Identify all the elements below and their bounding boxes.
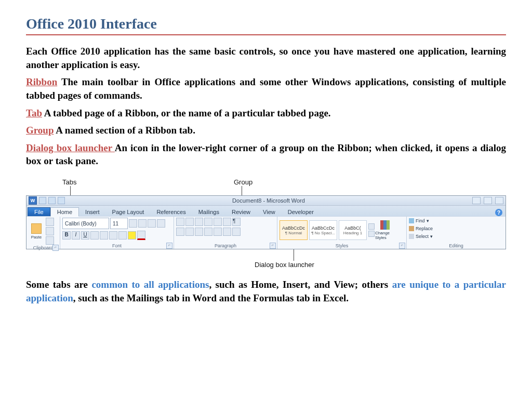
format-painter-icon[interactable] [46,236,54,245]
decrease-indent-icon[interactable] [204,218,212,226]
ribbon-diagram: Tabs Group W Document8 - Microsoft Word … [26,178,506,269]
select-button[interactable]: Select ▾ [409,234,433,239]
multilevel-list-icon[interactable] [195,218,203,226]
copy-icon[interactable] [46,227,54,235]
quick-access-toolbar [39,197,65,204]
group-definition: Group A named section of a Ribbon tab. [26,124,506,137]
paste-label: Paste [31,235,42,240]
group-editing: Find ▾ Replace Select ▾ Editing [407,217,506,249]
tab-file[interactable]: File [28,207,50,216]
increase-indent-icon[interactable] [214,218,222,226]
editing-label: Editing [409,243,503,249]
shading-icon[interactable] [223,228,231,236]
replace-icon [409,226,414,231]
shrink-font-icon[interactable] [138,219,147,228]
borders-icon[interactable] [232,228,241,236]
italic-icon[interactable]: I [72,231,80,240]
tab-view[interactable]: View [257,208,282,216]
font-size-dropdown[interactable]: 11 [110,218,128,229]
maximize-button[interactable] [484,197,492,204]
show-hide-icon[interactable]: ¶ [232,218,241,226]
sort-icon[interactable] [223,218,231,226]
callout-tabs: Tabs [62,178,234,186]
styles-launcher[interactable]: ⌐ [399,243,405,249]
footer-paragraph: Some tabs are common to all applications… [26,278,506,304]
tab-term: Tab [26,108,42,118]
superscript-icon[interactable] [109,231,117,240]
cut-icon[interactable] [46,218,54,226]
qat-undo-icon[interactable] [48,197,56,204]
group-paragraph: ¶ Paragraph ⌐ [174,217,277,249]
change-case-icon[interactable] [148,219,156,228]
justify-icon[interactable] [204,228,212,236]
document-title: Document8 - Microsoft Word [65,197,472,204]
bullets-icon[interactable] [176,218,184,226]
select-icon [409,234,414,239]
minimize-button[interactable] [472,197,481,204]
replace-button[interactable]: Replace [409,226,433,231]
title-bar: W Document8 - Microsoft Word [26,196,506,206]
font-color-icon[interactable] [137,231,145,240]
close-button[interactable] [495,197,503,204]
font-label: Font ⌐ [62,243,171,249]
numbering-icon[interactable] [185,218,194,226]
find-button[interactable]: Find ▾ [409,218,429,223]
tab-definition: Tab A tabbed page of a Ribbon, or the na… [26,107,506,120]
help-icon[interactable]: ? [495,209,502,216]
change-styles-icon [380,220,390,230]
strikethrough-icon[interactable] [90,231,99,240]
ribbon: Paste Clipboard ⌐ Calibri (Body) [26,216,506,249]
align-left-icon[interactable] [176,228,184,236]
underline-icon[interactable]: U [81,231,89,240]
qat-redo-icon[interactable] [58,197,65,204]
tab-mailings[interactable]: Mailings [192,208,225,216]
group-clipboard: Paste Clipboard ⌐ [26,217,60,249]
group-term: Group [26,125,54,136]
paste-icon [31,223,42,234]
font-name-dropdown[interactable]: Calibri (Body) [62,218,109,229]
group-font: Calibri (Body) 11 B I U [60,217,174,249]
align-center-icon[interactable] [185,228,194,236]
tab-review[interactable]: Review [225,208,257,216]
qat-save-icon[interactable] [39,197,46,204]
tab-insert[interactable]: Insert [79,208,106,216]
style-heading-1[interactable]: AaBbC( Heading 1 [339,220,367,240]
group-text: A named section of a Ribbon tab. [54,125,195,136]
clear-formatting-icon[interactable] [157,219,165,228]
ribbon-term: Ribbon [26,76,57,87]
callout-dialog-launcher: Dialog box launcher [26,261,506,269]
paragraph-launcher[interactable]: ⌐ [270,243,276,249]
line-spacing-icon[interactable] [214,228,222,236]
tab-page-layout[interactable]: Page Layout [106,208,151,216]
ribbon-definition: Ribbon The main toolbar in Office applic… [26,75,506,102]
callout-group: Group [234,178,252,186]
dbl-term: Dialog box launcher [26,142,115,153]
styles-label: Styles ⌐ [280,243,404,249]
ribbon-tabs: File Home Insert Page Layout References … [26,206,506,216]
grow-font-icon[interactable] [129,219,137,228]
tab-references[interactable]: References [150,208,192,216]
dialog-launcher-definition: Dialog box launcher An icon in the lower… [26,141,506,168]
highlight-icon[interactable] [128,231,136,240]
word-window: W Document8 - Microsoft Word File Home I… [26,195,506,249]
word-icon: W [29,196,37,205]
bold-icon[interactable]: B [62,231,71,240]
tab-developer[interactable]: Developer [282,208,320,216]
tab-home[interactable]: Home [50,207,79,217]
style-normal[interactable]: AaBbCcDc ¶ Normal [280,220,308,240]
change-styles-button[interactable]: Change Styles [375,220,395,241]
tab-text: A tabbed page of a Ribbon, or the name o… [42,108,331,118]
paste-button[interactable]: Paste [29,221,44,241]
subscript-icon[interactable] [100,231,108,240]
align-right-icon[interactable] [195,228,203,236]
font-launcher[interactable]: ⌐ [166,243,172,249]
style-no-spacing[interactable]: AaBbCcDc ¶ No Spaci... [309,220,337,240]
styles-gallery-more-icon[interactable] [368,223,374,237]
text-effects-icon[interactable] [118,231,127,240]
intro-paragraph: Each Office 2010 application has the sam… [26,45,506,71]
page-title: Office 2010 Interface [26,16,506,35]
find-icon [409,218,414,223]
paragraph-label: Paragraph ⌐ [176,243,275,249]
ribbon-text: The main toolbar in Office applications … [26,76,506,101]
group-styles: AaBbCcDc ¶ Normal AaBbCcDc ¶ No Spaci...… [277,217,407,249]
